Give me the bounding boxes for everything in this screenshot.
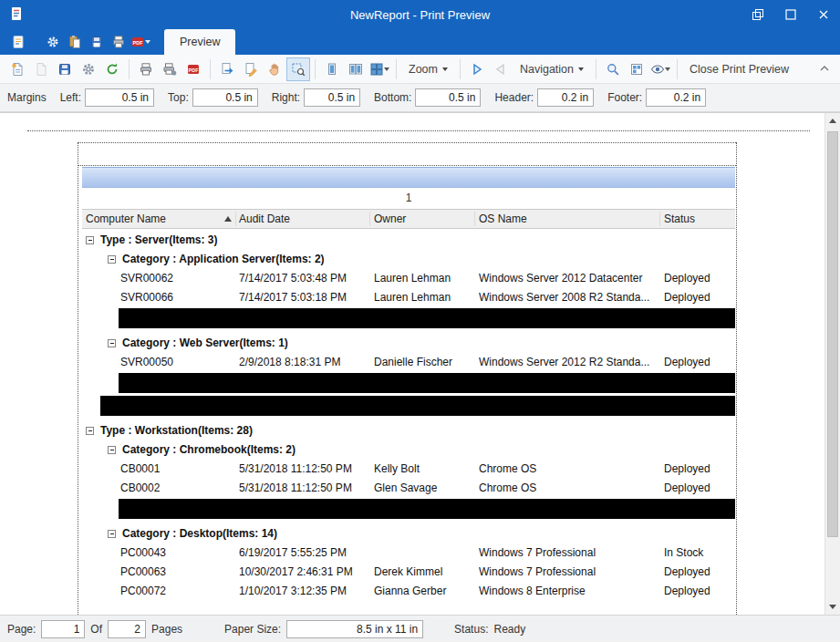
margin-field: Header:	[494, 88, 594, 107]
dropdown-caret-icon	[384, 67, 389, 71]
collapse-icon[interactable]	[108, 255, 116, 264]
close-button[interactable]	[807, 0, 840, 29]
dropdown-caret-icon	[665, 67, 670, 71]
table-row: CB00025/31/2018 11:12:50 PMGlen SavageCh…	[82, 479, 735, 498]
margin-field-input[interactable]	[415, 88, 481, 107]
paper-size-label: Paper Size:	[224, 623, 281, 636]
export-pdf-icon[interactable]: PDF	[181, 57, 205, 81]
margins-title: Margins	[7, 91, 47, 104]
table-cell: 5/31/2018 11:12:50 PM	[239, 460, 368, 479]
dropdown-caret-icon	[442, 67, 448, 71]
paper-size-input[interactable]	[286, 620, 423, 638]
titlebar: NewReport - Print Preview	[0, 0, 840, 29]
margin-field-input[interactable]	[85, 88, 154, 107]
print-options-icon[interactable]	[158, 57, 181, 81]
new-document-icon[interactable]	[5, 57, 29, 81]
print-icon[interactable]	[108, 31, 130, 53]
table-cell: In Stock	[664, 544, 735, 563]
table-cell: SVR00062	[120, 269, 233, 288]
toolbar-separator	[596, 59, 596, 79]
margin-field-label: Left:	[60, 91, 81, 104]
margin-field: Right:	[272, 88, 360, 107]
margin-field-label: Right:	[272, 91, 300, 104]
tab-preview[interactable]: Preview	[164, 29, 235, 55]
table-cell: Deployed	[664, 460, 735, 479]
column-divider	[235, 212, 236, 226]
page-number-input[interactable]	[41, 620, 85, 638]
save-icon[interactable]	[53, 57, 77, 81]
table-cell: Chrome OS	[479, 460, 658, 479]
collapse-icon[interactable]	[86, 236, 94, 244]
margin-guide	[736, 142, 737, 615]
maximize-button[interactable]	[774, 0, 807, 29]
watermark-eye-icon[interactable]	[648, 57, 672, 81]
total-pages-input[interactable]	[108, 620, 146, 638]
margin-field-input[interactable]	[646, 88, 706, 107]
report-menu-icon[interactable]	[7, 31, 29, 53]
marquee-zoom-icon[interactable]	[286, 57, 310, 81]
print-icon[interactable]	[134, 57, 158, 81]
qat-icons: PDF	[0, 29, 151, 55]
column-divider	[369, 212, 370, 226]
table-row: CB00015/31/2018 11:12:50 PMKelly BoltChr…	[82, 460, 735, 479]
scrollbar-down-icon[interactable]	[825, 599, 840, 615]
collapse-icon[interactable]	[86, 427, 94, 435]
margin-guide	[78, 142, 736, 143]
margin-field-input[interactable]	[537, 88, 594, 107]
thumbnails-icon[interactable]	[625, 57, 648, 81]
dock-window-button[interactable]	[741, 0, 774, 29]
status-bar: Page: Of Pages Paper Size: Status: Ready	[0, 615, 840, 642]
page-number: 1	[82, 188, 735, 209]
multi-page-view-icon[interactable]	[368, 57, 391, 81]
toolbar-separator	[315, 59, 316, 79]
table-cell: SVR00066	[120, 288, 233, 307]
save-all-icon[interactable]	[86, 31, 108, 53]
open-document-icon[interactable]	[29, 57, 53, 81]
export-page-icon[interactable]	[215, 57, 239, 81]
margin-field-input[interactable]	[192, 88, 258, 107]
table-row: PC0006310/30/2017 2:46:31 PMDerek Kimmel…	[82, 563, 735, 582]
one-page-view-icon[interactable]	[320, 57, 344, 81]
table-cell: Derek Kimmel	[374, 563, 472, 582]
app-icon	[9, 6, 26, 23]
table-cell: 5/31/2018 11:12:50 PM	[239, 479, 368, 498]
close-print-preview-button[interactable]: Close Print Preview	[682, 57, 796, 81]
window-title: NewReport - Print Preview	[0, 8, 840, 22]
vertical-scrollbar[interactable]	[824, 113, 840, 615]
page-setup-icon[interactable]	[77, 57, 100, 81]
quick-access-toolbar: PDF Preview	[0, 29, 840, 55]
prev-page-icon[interactable]	[489, 57, 513, 81]
table-cell: Deployed	[664, 582, 735, 601]
margin-field: Left:	[60, 88, 154, 107]
column-header: Owner	[374, 210, 406, 228]
margin-guide	[27, 130, 810, 131]
hand-tool-icon[interactable]	[263, 57, 286, 81]
refresh-icon[interactable]	[100, 57, 124, 81]
ribbon-collapse-icon[interactable]	[814, 58, 835, 78]
two-page-view-icon[interactable]	[344, 57, 368, 81]
column-header: Computer Name	[86, 210, 166, 228]
settings-gear-icon[interactable]	[42, 31, 64, 53]
margin-field-input[interactable]	[304, 88, 360, 107]
page-label: Page:	[7, 623, 36, 636]
scrollbar-thumb[interactable]	[827, 131, 838, 537]
svg-text:PDF: PDF	[133, 40, 144, 46]
collapse-icon[interactable]	[108, 530, 116, 538]
zoom-dropdown[interactable]: Zoom	[401, 57, 455, 81]
collapse-icon[interactable]	[108, 339, 116, 347]
search-icon[interactable]	[601, 57, 625, 81]
table-cell: Chrome OS	[479, 479, 658, 498]
paste-icon[interactable]	[64, 31, 86, 53]
collapse-icon[interactable]	[108, 446, 116, 454]
column-divider	[659, 212, 660, 226]
group-label: Category : Chromebook(Items: 2)	[122, 443, 296, 456]
print-preview-window: NewReport - Print Preview PDF Preview PD…	[0, 0, 840, 642]
navigation-dropdown[interactable]: Navigation	[513, 57, 591, 81]
scrollbar-up-icon[interactable]	[825, 113, 840, 129]
margin-field: Top:	[168, 88, 258, 107]
edit-page-icon[interactable]	[239, 57, 263, 81]
next-page-icon[interactable]	[465, 57, 489, 81]
main-toolbar: PDFZoomNavigationClose Print Preview	[0, 55, 840, 84]
table-cell: Lauren Lehman	[374, 288, 472, 307]
export-pdf-icon[interactable]: PDF	[130, 31, 151, 53]
